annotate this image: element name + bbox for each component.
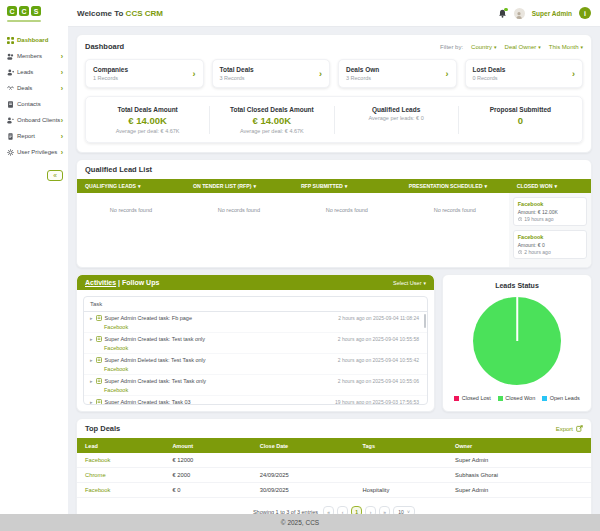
column-label: Closed Won — [517, 183, 553, 189]
column-header-on-tender-list[interactable]: On Tender List (RFP) ▾ — [185, 183, 293, 189]
sidebar-item-leads[interactable]: Leads › — [0, 64, 68, 80]
summary-note: Average per leads: € 0 — [339, 115, 454, 121]
tab-activities[interactable]: Activities — [85, 279, 116, 286]
task-item[interactable]: ▸ Super Admin Deleted task: Test Task on… — [84, 354, 427, 375]
export-button[interactable]: Export — [556, 425, 583, 432]
user-name[interactable]: Super Admin — [532, 10, 572, 17]
deal-lead-link[interactable]: Facebook — [77, 457, 164, 463]
column-header-rfp-submitted[interactable]: RFP Submitted ▾ — [293, 183, 401, 189]
summary-title: Total Closed Deals Amount — [214, 106, 329, 113]
sidebar-item-label: Dashboard — [17, 37, 48, 43]
lost-deals-card[interactable]: Lost Deals 0 Records › — [465, 59, 584, 88]
task-lead-link[interactable]: Facebook — [104, 345, 419, 351]
column-header-presentation-scheduled[interactable]: Presentation Scheduled ▾ — [401, 183, 509, 189]
task-item[interactable]: ▸ Super Admin Created task: Test task on… — [84, 333, 427, 354]
legend-closed-won[interactable]: Closed Won — [498, 395, 535, 401]
avatar[interactable] — [514, 8, 525, 19]
column-header-tags[interactable]: Tags — [355, 443, 448, 449]
column-header-close-date[interactable]: Close Date — [252, 443, 355, 449]
column-header-closed-won[interactable]: Closed Won ▾ — [509, 183, 591, 189]
leads-status-pie-chart[interactable] — [473, 297, 561, 385]
column-header-lead[interactable]: Lead — [77, 443, 164, 449]
column-header-amount[interactable]: Amount — [164, 443, 251, 449]
period-filter-dropdown[interactable]: This Month ▾ — [549, 44, 583, 50]
task-lead-link[interactable]: Facebook — [104, 324, 419, 330]
sidebar-item-onboard-clients[interactable]: Onboard Clients › — [0, 112, 68, 128]
task-item[interactable]: ▸ Super Admin Created task: Task 03 19 h… — [84, 396, 427, 404]
sidebar-item-user-privileges[interactable]: User Privileges › — [0, 144, 68, 160]
sidebar-item-members[interactable]: Members › — [0, 48, 68, 64]
sidebar-item-contacts[interactable]: Contacts — [0, 96, 68, 112]
closed-won-card[interactable]: Facebook Amount: € 12.00K 19 hours ago — [513, 197, 587, 226]
info-icon[interactable]: i — [579, 7, 591, 19]
export-icon — [576, 425, 583, 432]
task-lead-link[interactable]: Facebook — [104, 387, 419, 393]
chevron-right-icon[interactable]: › — [446, 69, 449, 79]
sort-caret-icon: ▾ — [138, 183, 141, 189]
deals-own-card[interactable]: Deals Own 3 Records › — [338, 59, 457, 88]
lead-link[interactable]: Facebook — [518, 201, 582, 207]
total-closed-deals-amount: Total Closed Deals Amount € 14.00K Avera… — [210, 106, 334, 134]
table-row[interactable]: Facebook € 0 30/09/2025 Hospitality Supe… — [77, 483, 591, 498]
country-filter-dropdown[interactable]: Country ▾ — [471, 44, 497, 50]
deal-lead-link[interactable]: Chrome — [77, 472, 164, 478]
deal-tags: Hospitality — [355, 487, 448, 493]
closed-won-column: Facebook Amount: € 12.00K 19 hours ago F… — [509, 193, 591, 267]
chevron-right-icon[interactable]: › — [193, 69, 196, 79]
task-note-icon — [96, 399, 102, 405]
summary-title: Total Deals Amount — [90, 106, 205, 113]
task-box: Task ▸ Super Admin Created task: Fb page — [83, 296, 428, 405]
task-note-icon — [96, 336, 102, 343]
expand-caret-icon[interactable]: ▸ — [90, 357, 93, 363]
table-row[interactable]: Facebook € 12000 Super Admin — [77, 453, 591, 468]
table-row[interactable]: Chrome € 2000 24/09/2025 Subhasis Ghorai — [77, 468, 591, 483]
deals-summary-card: Total Deals Amount € 14.00K Average per … — [85, 96, 583, 143]
deal-owner-filter-dropdown[interactable]: Deal Owner ▾ — [505, 44, 541, 50]
main-content: Dashboard Filter by: Country ▾ Deal Owne… — [68, 28, 600, 514]
expand-caret-icon[interactable]: ▸ — [90, 378, 93, 384]
lead-amount: Amount: € 12.00K — [518, 209, 582, 215]
tab-follow-ups[interactable]: | Follow Ups — [116, 279, 159, 286]
task-item[interactable]: ▸ Super Admin Created task: Fb page 2 ho… — [84, 312, 427, 333]
column-label: Presentation Scheduled — [409, 183, 483, 189]
notifications-bell-icon[interactable] — [498, 9, 507, 18]
deal-lead-link[interactable]: Facebook — [77, 487, 164, 493]
stat-subtitle: 3 Records — [220, 75, 254, 81]
chevron-right-icon: › — [61, 85, 63, 92]
deal-close-date: 30/09/2025 — [252, 487, 355, 493]
sidebar-item-dashboard[interactable]: Dashboard — [0, 32, 68, 48]
total-deals-card[interactable]: Total Deals 3 Records › — [212, 59, 331, 88]
sidebar-item-deals[interactable]: Deals › — [0, 80, 68, 96]
companies-card[interactable]: Companies 1 Records › — [85, 59, 204, 88]
scrollbar-thumb[interactable] — [424, 314, 426, 328]
task-list[interactable]: ▸ Super Admin Created task: Fb page 2 ho… — [84, 312, 427, 404]
expand-caret-icon[interactable]: ▸ — [90, 336, 93, 342]
expand-caret-icon[interactable]: ▸ — [90, 399, 93, 404]
lead-link[interactable]: Facebook — [518, 234, 582, 240]
expand-caret-icon[interactable]: ▸ — [90, 315, 93, 321]
task-item[interactable]: ▸ Super Admin Created task: Test Task on… — [84, 375, 427, 396]
chevron-right-icon[interactable]: › — [319, 69, 322, 79]
deal-owner: Super Admin — [447, 487, 591, 493]
legend-open-leads[interactable]: Open Leads — [542, 395, 579, 401]
select-user-dropdown[interactable]: Select User ▾ — [393, 280, 426, 286]
column-header-qualifying-leads[interactable]: Qualifying Leads ▾ — [77, 183, 185, 189]
export-label: Export — [556, 426, 573, 432]
chevron-right-icon[interactable]: › — [572, 69, 575, 79]
sidebar-collapse-button[interactable]: « — [47, 170, 63, 181]
activities-panel: Activities | Follow Ups Select User ▾ Ta… — [76, 274, 435, 412]
qualified-lead-list-body: No records found No records found No rec… — [77, 193, 591, 267]
sidebar-item-report[interactable]: Report › — [0, 128, 68, 144]
legend-closed-lost[interactable]: Closed Lost — [454, 395, 491, 401]
ccs-logo[interactable]: C C S — [0, 0, 68, 18]
leads-status-panel: Leads Status Closed Lost Closed Won Open… — [442, 274, 592, 412]
closed-won-card[interactable]: Facebook Amount: € 0 2 hours ago — [513, 230, 587, 259]
task-note-icon — [96, 315, 102, 322]
sidebar-item-label: Members — [17, 53, 42, 59]
qualified-lead-list-panel: Qualified Lead List Qualifying Leads ▾ O… — [76, 159, 592, 268]
deal-owner: Super Admin — [447, 457, 591, 463]
task-lead-link[interactable]: Facebook — [104, 366, 419, 372]
column-header-owner[interactable]: Owner — [447, 443, 591, 449]
deals-handshake-icon — [7, 85, 14, 92]
sidebar-item-label: Deals — [17, 85, 32, 91]
